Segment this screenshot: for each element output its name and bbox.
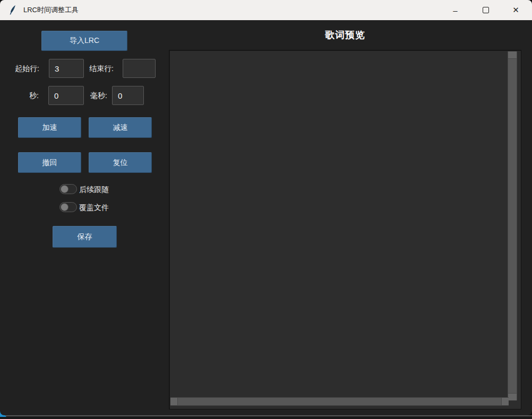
seconds-label: 秒:: [29, 90, 39, 101]
toggle-knob: [61, 203, 68, 211]
lyrics-preview-textarea[interactable]: [169, 50, 521, 409]
overwrite-file-toggle[interactable]: [59, 202, 77, 212]
app-window: LRC时间调整工具 – ✕ 导入LRC 起始行: 结束行: 秒: 毫秒: 加速 …: [0, 0, 532, 419]
start-line-label: 起始行:: [15, 63, 39, 74]
follow-subsequent-toggle[interactable]: [59, 184, 77, 194]
horizontal-scrollbar[interactable]: [170, 397, 509, 406]
end-line-label: 结束行:: [89, 63, 114, 74]
window-controls: – ✕: [440, 0, 531, 20]
lyrics-preview-title: 歌词预览: [169, 29, 521, 41]
vertical-scrollbar[interactable]: [508, 51, 517, 400]
accelerate-button[interactable]: 加速: [18, 117, 81, 138]
window-title: LRC时间调整工具: [23, 5, 79, 15]
maximize-icon: [483, 7, 489, 13]
follow-subsequent-label: 后续跟随: [79, 184, 109, 195]
reset-button[interactable]: 复位: [89, 152, 152, 173]
lyrics-content: [171, 52, 509, 398]
seconds-input[interactable]: [48, 86, 84, 105]
start-line-input[interactable]: [49, 59, 84, 78]
client-area: 导入LRC 起始行: 结束行: 秒: 毫秒: 加速 减速 撤回 复位 后续跟随 …: [0, 20, 532, 415]
import-lrc-button[interactable]: 导入LRC: [41, 31, 127, 51]
milliseconds-input[interactable]: [112, 86, 144, 105]
overwrite-file-label: 覆盖文件: [79, 202, 109, 213]
taskbar-edge: [0, 415, 532, 419]
close-icon: ✕: [512, 5, 519, 15]
undo-button[interactable]: 撤回: [18, 152, 81, 173]
feather-app-icon: [8, 4, 19, 16]
maximize-button[interactable]: [470, 0, 501, 20]
save-button[interactable]: 保存: [53, 226, 117, 248]
scroll-down-arrow-icon[interactable]: [508, 393, 517, 400]
minimize-button[interactable]: –: [440, 0, 470, 20]
toggle-knob: [61, 185, 68, 193]
minimize-icon: –: [453, 6, 457, 15]
scroll-left-arrow-icon[interactable]: [170, 398, 178, 405]
milliseconds-label: 毫秒:: [90, 90, 107, 101]
scroll-right-arrow-icon[interactable]: [501, 398, 509, 405]
titlebar: LRC时间调整工具 – ✕: [0, 0, 532, 20]
decelerate-button[interactable]: 减速: [89, 117, 152, 138]
scroll-up-arrow-icon[interactable]: [508, 51, 517, 59]
end-line-input[interactable]: [123, 59, 156, 78]
close-button[interactable]: ✕: [501, 0, 531, 20]
